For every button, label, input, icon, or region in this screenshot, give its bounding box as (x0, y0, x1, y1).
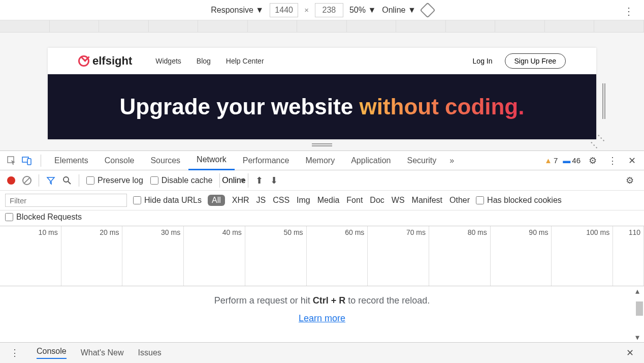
devtools-tabs: Elements Console Sources Network Perform… (0, 151, 644, 170)
tick-label: 50 ms (283, 228, 303, 236)
filter-all[interactable]: All (208, 195, 225, 206)
devtools-more-icon[interactable]: ⋮ (605, 155, 620, 166)
network-settings-icon[interactable]: ⚙ (623, 175, 637, 186)
tick-label: 20 ms (100, 228, 119, 236)
drawer-tab-whatsnew[interactable]: What's New (81, 348, 124, 357)
filter-types: All XHR JS CSS Img Media Font Doc WS Man… (208, 195, 470, 206)
drawer-tab-issues[interactable]: Issues (138, 348, 162, 357)
scroll-down-icon[interactable]: ▾ (635, 332, 639, 342)
messages-badge[interactable]: ▬46 (563, 156, 581, 165)
tab-memory[interactable]: Memory (297, 151, 343, 170)
ruler (0, 20, 644, 33)
timeline-overview[interactable]: 10 ms 20 ms 30 ms 40 ms 50 ms 60 ms 70 m… (0, 226, 644, 286)
filter-icon[interactable] (46, 176, 55, 185)
hero: Upgrade your website without coding. (48, 74, 596, 139)
device-more-icon[interactable]: ⋮ (624, 5, 634, 17)
tick-label: 40 ms (222, 228, 242, 236)
svg-point-3 (63, 177, 69, 182)
blocked-cookies-checkbox[interactable]: Has blocked cookies (476, 196, 562, 205)
resize-handle-bottom[interactable] (312, 143, 332, 146)
emulated-viewport: elfsight Widgets Blog Help Center Log In… (0, 33, 644, 150)
svg-rect-2 (27, 159, 31, 165)
tab-console[interactable]: Console (96, 151, 143, 170)
filter-js[interactable]: JS (256, 196, 266, 205)
tab-elements[interactable]: Elements (46, 151, 96, 170)
site-header: elfsight Widgets Blog Help Center Log In… (48, 48, 596, 74)
tabs-overflow-icon[interactable]: » (444, 156, 459, 165)
settings-icon[interactable]: ⚙ (586, 155, 600, 166)
filter-css[interactable]: CSS (273, 196, 289, 205)
tick-label: 100 ms (586, 228, 609, 236)
filter-input[interactable] (5, 194, 127, 207)
throttle-dropdown[interactable]: Online ▼ (382, 6, 416, 15)
close-devtools-icon[interactable]: ✕ (625, 155, 639, 166)
hide-data-urls-checkbox[interactable]: Hide data URLs (133, 196, 202, 205)
tab-network[interactable]: Network (188, 151, 235, 170)
resize-handle-right[interactable] (602, 83, 605, 119)
tab-sources[interactable]: Sources (142, 151, 188, 170)
close-drawer-icon[interactable]: ✕ (623, 347, 637, 358)
filter-xhr[interactable]: XHR (232, 196, 249, 205)
warnings-badge[interactable]: ▲7 (544, 156, 558, 165)
blocked-requests-checkbox[interactable]: Blocked Requests (5, 213, 82, 222)
device-toolbar: Responsive ▼ × 50% ▼ Online ▼ ⋮ (0, 0, 644, 20)
filter-font[interactable]: Font (346, 196, 363, 205)
devtools: Elements Console Sources Network Perform… (0, 150, 644, 363)
tab-security[interactable]: Security (399, 151, 444, 170)
network-throttle-select[interactable]: Online (219, 173, 248, 188)
clear-icon[interactable] (22, 176, 31, 185)
tab-application[interactable]: Application (343, 151, 399, 170)
signup-button[interactable]: Sign Up Free (505, 53, 566, 69)
tick-label: 80 ms (468, 228, 487, 236)
login-link[interactable]: Log In (473, 57, 493, 65)
nav-widgets[interactable]: Widgets (155, 57, 181, 65)
message-icon: ▬ (563, 156, 570, 165)
tab-performance[interactable]: Performance (235, 151, 298, 170)
drawer-more-icon[interactable]: ⋮ (7, 347, 22, 358)
device-toggle-icon[interactable] (20, 154, 34, 167)
learn-more-link[interactable]: Learn more (299, 313, 345, 324)
network-toolbar: Preserve log Disable cache Online ⬆ ⬇ ⚙ (0, 170, 644, 191)
drawer: ⋮ Console What's New Issues ✕ (0, 343, 644, 363)
logo-icon (78, 55, 89, 67)
tick-label: 30 ms (161, 228, 180, 236)
filter-bar-2: Blocked Requests (0, 210, 644, 226)
logo-text: elfsight (92, 54, 132, 68)
page-frame: elfsight Widgets Blog Help Center Log In… (48, 48, 596, 139)
viewport-height-input[interactable] (315, 3, 343, 17)
scroll-up-icon[interactable]: ▴ (635, 286, 639, 296)
filter-img[interactable]: Img (297, 196, 310, 205)
dimension-separator: × (304, 6, 309, 14)
svg-line-4 (68, 182, 71, 184)
filter-bar: Hide data URLs All XHR JS CSS Img Media … (0, 191, 644, 210)
site-nav: Widgets Blog Help Center (155, 57, 264, 65)
preserve-log-checkbox[interactable]: Preserve log (86, 176, 143, 185)
filter-other[interactable]: Other (449, 196, 470, 205)
download-icon[interactable]: ⬇ (270, 175, 278, 186)
tick-label: 110 (629, 228, 640, 236)
search-icon[interactable] (62, 176, 72, 185)
warning-icon: ▲ (544, 156, 552, 165)
logo[interactable]: elfsight (78, 54, 132, 68)
record-button[interactable] (7, 176, 15, 185)
empty-hint: Perform a request or hit Ctrl + R to rec… (214, 295, 430, 306)
scrollbar-thumb[interactable] (636, 301, 643, 316)
upload-icon[interactable]: ⬆ (255, 175, 263, 186)
zoom-dropdown[interactable]: 50% ▼ (349, 6, 376, 15)
rotate-icon[interactable] (420, 2, 435, 18)
filter-doc[interactable]: Doc (370, 196, 384, 205)
disable-cache-checkbox[interactable]: Disable cache (150, 176, 213, 185)
viewport-width-input[interactable] (270, 3, 298, 17)
filter-manifest[interactable]: Manifest (412, 196, 442, 205)
device-mode-dropdown[interactable]: Responsive ▼ (211, 6, 264, 15)
nav-blog[interactable]: Blog (197, 57, 211, 65)
inspect-icon[interactable] (5, 154, 18, 167)
hero-text: Upgrade your website without coding. (120, 94, 525, 119)
filter-media[interactable]: Media (317, 196, 340, 205)
drawer-tab-console[interactable]: Console (37, 347, 67, 359)
nav-help[interactable]: Help Center (226, 57, 264, 65)
filter-ws[interactable]: WS (392, 196, 405, 205)
tick-label: 10 ms (39, 228, 58, 236)
tick-label: 60 ms (345, 228, 364, 236)
network-empty-state: Perform a request or hit Ctrl + R to rec… (0, 286, 644, 343)
